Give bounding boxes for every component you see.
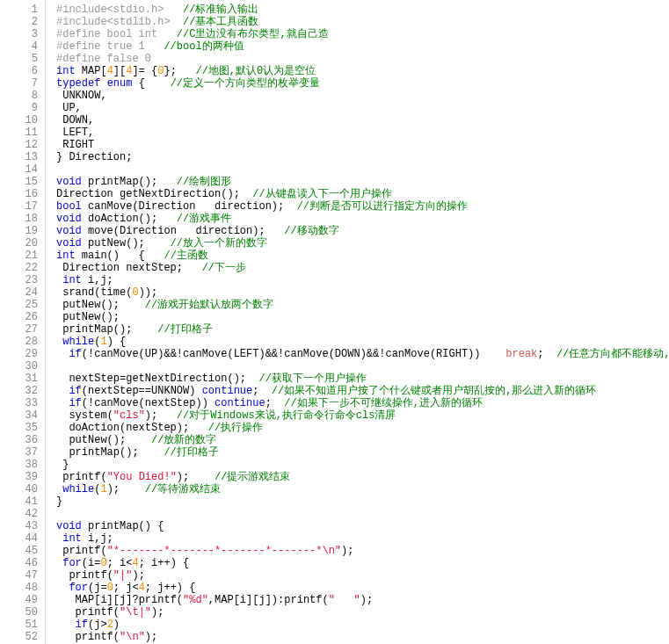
token-id bbox=[56, 631, 76, 643]
token-id: ; bbox=[537, 348, 556, 360]
code-line[interactable]: MAP[i][j]?printf("%d",MAP[i][j]):printf(… bbox=[56, 594, 669, 606]
token-id: printMap(); bbox=[82, 176, 177, 188]
token-id: ); bbox=[341, 545, 353, 557]
token-cm: //如果不知道用户按了个什么键或者用户胡乱按的,那么进入新的循环 bbox=[272, 385, 597, 397]
code-line[interactable]: printf("\n"); bbox=[56, 631, 669, 643]
code-line[interactable]: typedef enum { //定义一个方向类型的枚举变量 bbox=[56, 77, 669, 90]
code-line[interactable]: int main() { //主函数 bbox=[56, 250, 669, 262]
token-fn: srand bbox=[62, 286, 94, 299]
code-line[interactable]: #include<stdio.h> //标准输入输出 bbox=[56, 4, 669, 16]
code-line[interactable]: printMap(); //打印格子 bbox=[56, 323, 669, 336]
code-line[interactable]: srand(time(0)); bbox=[56, 286, 669, 299]
code-line[interactable]: #define true 1 //bool的两种值 bbox=[56, 40, 669, 53]
line-number: 7 bbox=[0, 77, 38, 90]
token-id bbox=[56, 409, 69, 422]
code-line[interactable]: putNew(); //放新的数字 bbox=[56, 434, 669, 446]
line-number: 19 bbox=[0, 225, 38, 237]
code-line[interactable]: if(!canMove(nextStep)) continue; //如果下一步… bbox=[56, 397, 669, 409]
code-line[interactable]: int i,j; bbox=[56, 532, 669, 545]
token-id: i,j; bbox=[82, 532, 113, 545]
line-number: 42 bbox=[0, 508, 38, 520]
code-line[interactable]: #define bool int //C里边没有布尔类型,就自己造 bbox=[56, 28, 669, 40]
token-cm: //地图,默认0认为是空位 bbox=[195, 65, 316, 77]
line-number: 17 bbox=[0, 200, 38, 213]
token-id bbox=[56, 385, 69, 397]
code-line[interactable]: void doAction(); //游戏事件 bbox=[56, 213, 669, 225]
code-line[interactable]: void printMap(); //绘制图形 bbox=[56, 176, 669, 188]
code-line[interactable]: putNew(); bbox=[56, 311, 669, 323]
code-line[interactable]: for(j=0; j<4; j++) { bbox=[56, 582, 669, 594]
token-id: ; bbox=[265, 397, 285, 409]
token-id: ) { bbox=[107, 336, 127, 348]
token-id: ( bbox=[323, 594, 329, 606]
code-line[interactable]: for(i=0; i<4; i++) { bbox=[56, 557, 669, 569]
token-id: ); bbox=[360, 594, 373, 606]
code-line[interactable]: } Direction; bbox=[56, 151, 669, 163]
token-cm: //放入一个新的数字 bbox=[171, 237, 267, 250]
code-editor-content[interactable]: #include<stdio.h> //标准输入输出#include<stdli… bbox=[46, 0, 669, 644]
code-line[interactable]: UNKNOW, bbox=[56, 90, 669, 102]
code-line[interactable]: while(1); //等待游戏结束 bbox=[56, 483, 669, 496]
line-number: 37 bbox=[0, 446, 38, 459]
code-line[interactable]: printf("*-------*-------*-------*-------… bbox=[56, 545, 669, 557]
code-line[interactable]: if(nextStep==UNKNOW) continue; //如果不知道用户… bbox=[56, 385, 669, 397]
code-line[interactable]: while(1) { bbox=[56, 336, 669, 348]
token-fn: printf bbox=[62, 471, 100, 483]
code-line[interactable]: int MAP[4][4]= {0}; //地图,默认0认为是空位 bbox=[56, 65, 669, 77]
code-line[interactable]: printf("You Died!"); //提示游戏结束 bbox=[56, 471, 669, 483]
code-line[interactable]: printMap(); //打印格子 bbox=[56, 446, 669, 459]
token-id: (!canMove(UP)&&!canMove(LEFT)&&!canMove(… bbox=[82, 348, 505, 360]
code-line[interactable]: RIGHT bbox=[56, 139, 669, 151]
code-line[interactable] bbox=[56, 508, 669, 520]
code-line[interactable]: #define false 0 bbox=[56, 53, 669, 65]
code-line[interactable]: bool canMove(Direction direction); //判断是… bbox=[56, 200, 669, 213]
code-line[interactable]: system("cls"); //对于Windows来说,执行命令行命令cls清… bbox=[56, 409, 669, 422]
code-line[interactable]: int i,j; bbox=[56, 274, 669, 286]
token-id: (j> bbox=[88, 619, 107, 631]
token-kw: void bbox=[56, 520, 82, 532]
code-line[interactable]: LEFT, bbox=[56, 127, 669, 139]
code-line[interactable]: DOWN, bbox=[56, 114, 669, 127]
code-line[interactable]: nextStep=getNextDirection(); //获取下一个用户操作 bbox=[56, 373, 669, 385]
token-cm: //任意方向都不能移动,那么终止游戏 bbox=[556, 348, 669, 360]
code-line[interactable]: UP, bbox=[56, 102, 669, 114]
code-line[interactable]: } bbox=[56, 496, 669, 508]
token-id: putNew(); bbox=[56, 299, 145, 311]
line-number: 14 bbox=[0, 163, 38, 176]
line-number: 10 bbox=[0, 114, 38, 127]
code-line[interactable] bbox=[56, 360, 669, 373]
code-line[interactable] bbox=[56, 163, 669, 176]
code-line[interactable]: putNew(); //游戏开始默认放两个数字 bbox=[56, 299, 669, 311]
code-line[interactable]: doAction(nextStep); //执行操作 bbox=[56, 422, 669, 434]
line-number: 23 bbox=[0, 274, 38, 286]
token-ctl: break bbox=[505, 348, 537, 360]
code-line[interactable]: Direction nextStep; //下一步 bbox=[56, 262, 669, 274]
code-line[interactable]: #include<stdlib.h> //基本工具函数 bbox=[56, 16, 669, 28]
token-id: ); bbox=[107, 483, 145, 496]
token-str: " " bbox=[329, 594, 360, 606]
line-number: 51 bbox=[0, 619, 38, 631]
token-id: main() { bbox=[76, 250, 164, 262]
code-line[interactable]: if(j>2) bbox=[56, 619, 669, 631]
code-line[interactable]: void putNew(); //放入一个新的数字 bbox=[56, 237, 669, 250]
code-line[interactable]: void move(Direction direction); //移动数字 bbox=[56, 225, 669, 237]
code-line[interactable]: printf("|"); bbox=[56, 569, 669, 582]
token-kw: int bbox=[56, 65, 76, 77]
token-id: ; bbox=[252, 385, 272, 397]
line-number: 21 bbox=[0, 250, 38, 262]
token-fn: time bbox=[100, 286, 126, 299]
code-line[interactable]: if(!canMove(UP)&&!canMove(LEFT)&&!canMov… bbox=[56, 348, 669, 360]
code-line[interactable]: printf("\t|"); bbox=[56, 606, 669, 619]
line-number: 28 bbox=[0, 336, 38, 348]
token-kw: void bbox=[56, 213, 82, 225]
token-cm: //判断是否可以进行指定方向的操作 bbox=[297, 200, 468, 213]
code-line[interactable]: Direction getNextDirection(); //从键盘读入下一个… bbox=[56, 188, 669, 200]
line-number: 13 bbox=[0, 151, 38, 163]
token-str: "|" bbox=[113, 569, 133, 582]
token-kw: if bbox=[69, 385, 81, 397]
code-line[interactable]: void printMap() { bbox=[56, 520, 669, 532]
line-number-gutter: 1234567891011121314151617181920212223242… bbox=[0, 0, 46, 644]
line-number: 48 bbox=[0, 582, 38, 594]
code-line[interactable]: } bbox=[56, 459, 669, 471]
token-id bbox=[56, 397, 69, 409]
